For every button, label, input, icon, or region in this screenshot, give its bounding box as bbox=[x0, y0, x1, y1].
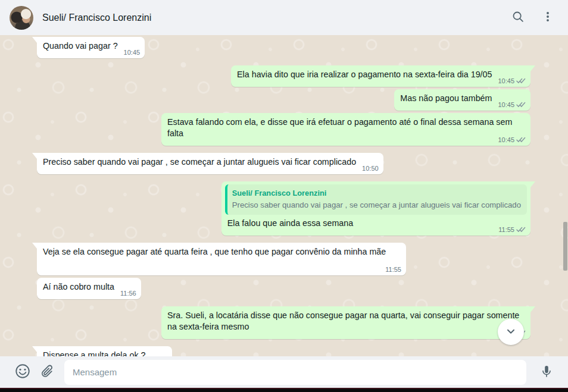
message-time: 11:55 bbox=[498, 224, 514, 236]
message-bubble[interactable]: Quando vai pagar ? 10:45 bbox=[37, 37, 145, 58]
search-button[interactable] bbox=[506, 6, 530, 30]
message-row: Estava falando com ela, e disse que irá … bbox=[37, 113, 530, 146]
message-text: Veja se ela consegue pagar até quarta fe… bbox=[43, 247, 386, 256]
double-check-icon bbox=[516, 99, 526, 111]
message-meta: 11:55 bbox=[498, 224, 526, 236]
attach-button[interactable] bbox=[39, 364, 56, 381]
message-bubble[interactable]: Sra. Sueli, a locatária disse que não co… bbox=[161, 306, 530, 339]
message-time: 10:45 bbox=[498, 99, 514, 111]
message-row: Dispense a multa dela ok ? 17:11 bbox=[37, 346, 530, 356]
message-bubble[interactable]: Sueli/ Francisco Lorenzini Preciso saber… bbox=[221, 181, 530, 236]
message-row: Sra. Sueli, a locatária disse que não co… bbox=[37, 306, 530, 339]
message-meta: 11:56 bbox=[120, 288, 136, 299]
message-row: Sueli/ Francisco Lorenzini Preciso saber… bbox=[37, 181, 530, 236]
message-bubble[interactable]: Veja se ela consegue pagar até quarta fe… bbox=[37, 243, 406, 275]
message-time: 11:55 bbox=[385, 264, 401, 275]
kebab-menu-icon bbox=[541, 10, 554, 25]
composer-bar bbox=[0, 356, 568, 388]
message-text: Aí não cobro multa bbox=[43, 282, 114, 291]
message-meta: 10:45 bbox=[124, 47, 141, 58]
message-text: Dispense a multa dela ok ? bbox=[43, 350, 145, 356]
message-row: Veja se ela consegue pagar até quarta fe… bbox=[37, 243, 530, 275]
double-check-icon bbox=[516, 76, 526, 87]
header-actions bbox=[506, 6, 560, 30]
message-row: Mas não pagou também 10:45 bbox=[37, 89, 530, 111]
scrollbar-thumb[interactable] bbox=[563, 222, 567, 271]
message-meta: 10:45 bbox=[498, 134, 526, 146]
menu-button[interactable] bbox=[536, 6, 560, 30]
message-list: Quando vai pagar ? 10:45 Ela havia dito … bbox=[0, 35, 568, 356]
message-bubble[interactable]: Preciso saber quando vai pagar , se come… bbox=[37, 153, 383, 174]
emoji-smiley-icon bbox=[14, 363, 31, 381]
message-meta: 10:50 bbox=[362, 163, 379, 174]
message-time: 11:56 bbox=[120, 288, 136, 299]
message-text: Sra. Sueli, a locatária disse que não co… bbox=[167, 311, 519, 331]
microphone-icon bbox=[539, 364, 554, 380]
quoted-text: Preciso saber quando vai pagar , se come… bbox=[232, 200, 521, 211]
quoted-message[interactable]: Sueli/ Francisco Lorenzini Preciso saber… bbox=[225, 184, 527, 215]
paperclip-icon bbox=[40, 363, 55, 381]
quoted-author: Sueli/ Francisco Lorenzini bbox=[232, 187, 521, 199]
message-text: Ela falou que ainda essa semana bbox=[227, 218, 353, 228]
message-row: Quando vai pagar ? 10:45 bbox=[37, 37, 530, 58]
bottom-window-edge bbox=[0, 388, 568, 392]
double-check-icon bbox=[516, 134, 526, 146]
message-bubble[interactable]: Estava falando com ela, e disse que irá … bbox=[161, 113, 530, 146]
message-bubble[interactable]: Mas não pagou também 10:45 bbox=[394, 89, 530, 111]
message-text: Quando vai pagar ? bbox=[43, 41, 118, 51]
message-meta: 11:55 bbox=[385, 264, 401, 275]
scroll-to-bottom-button[interactable] bbox=[498, 319, 524, 345]
message-input[interactable] bbox=[64, 360, 526, 385]
message-row: Ela havia dito que iria realizar o pagam… bbox=[37, 65, 530, 87]
message-text: Ela havia dito que iria realizar o pagam… bbox=[237, 70, 492, 79]
message-bubble[interactable]: Aí não cobro multa 11:56 bbox=[37, 278, 141, 299]
message-text: Mas não pagou também bbox=[400, 93, 492, 103]
message-bubble[interactable]: Dispense a multa dela ok ? 17:11 bbox=[37, 346, 172, 356]
message-text: Preciso saber quando vai pagar , se come… bbox=[43, 157, 356, 167]
contact-name[interactable]: Sueli/ Francisco Lorenzini bbox=[42, 12, 506, 23]
message-time: 10:45 bbox=[498, 134, 514, 146]
search-icon bbox=[511, 10, 525, 25]
message-time: 10:50 bbox=[362, 163, 379, 174]
chat-header: Sueli/ Francisco Lorenzini bbox=[0, 0, 568, 35]
chevron-down-icon bbox=[504, 325, 517, 340]
whatsapp-chat-window: Sueli/ Francisco Lorenzini Quando vai pa… bbox=[0, 0, 568, 392]
contact-avatar[interactable] bbox=[10, 6, 33, 30]
message-row: Aí não cobro multa 11:56 bbox=[37, 278, 530, 299]
message-time: 10:45 bbox=[124, 47, 141, 58]
message-bubble[interactable]: Ela havia dito que iria realizar o pagam… bbox=[231, 65, 530, 87]
mic-button[interactable] bbox=[538, 364, 555, 381]
emoji-button[interactable] bbox=[14, 364, 31, 381]
double-check-icon bbox=[516, 224, 526, 236]
message-time: 10:45 bbox=[498, 76, 514, 87]
message-meta: 10:45 bbox=[498, 99, 526, 111]
message-row: Preciso saber quando vai pagar , se come… bbox=[37, 153, 530, 174]
message-text: Estava falando com ela, e disse que irá … bbox=[167, 117, 512, 138]
message-meta: 10:45 bbox=[498, 76, 526, 87]
